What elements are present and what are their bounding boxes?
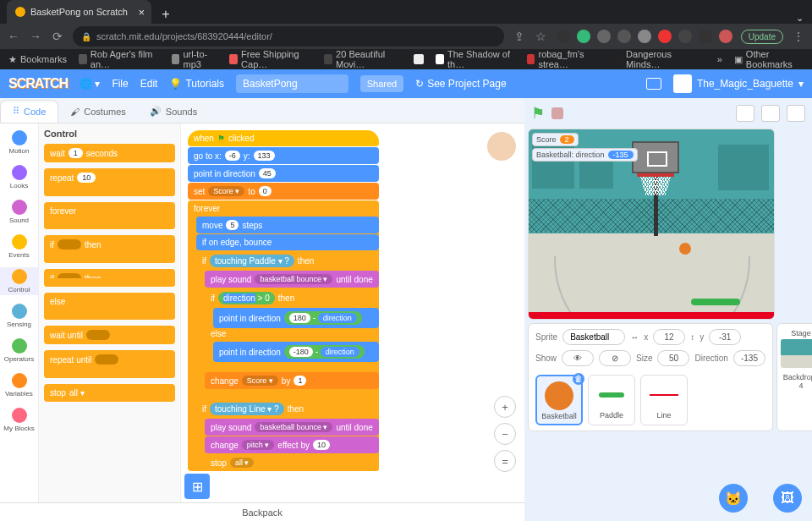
forever-block[interactable]: forever move5steps if on edge, bounce if… bbox=[188, 200, 379, 471]
stop-block[interactable]: stopall ▾ bbox=[44, 384, 175, 402]
update-button[interactable]: Update bbox=[741, 30, 783, 44]
ext-icon[interactable] bbox=[617, 30, 631, 43]
category-events[interactable]: Events bbox=[0, 233, 38, 260]
forward-icon[interactable]: → bbox=[29, 30, 42, 43]
minus-reporter[interactable]: 180 - direction bbox=[284, 311, 362, 325]
ext-icon[interactable] bbox=[597, 30, 611, 43]
script-stack[interactable]: when⚑clicked go to x:-6y:133 point in di… bbox=[188, 130, 379, 472]
stop-button[interactable] bbox=[551, 107, 563, 119]
sprite-card-basketball[interactable]: 🗑 Basketball bbox=[535, 375, 583, 425]
size-input[interactable]: 50 bbox=[657, 350, 689, 366]
stage[interactable]: Score2 Basketball: direction-135 bbox=[528, 129, 775, 320]
repeat-until-block[interactable]: repeat until bbox=[44, 350, 175, 378]
bookmark-overflow[interactable]: » bbox=[717, 54, 722, 64]
reload-icon[interactable]: ⟳ bbox=[51, 30, 64, 43]
add-backdrop-button[interactable]: 🖼 bbox=[773, 484, 802, 513]
edit-menu[interactable]: Edit bbox=[140, 78, 158, 90]
tab-menu-chevron-icon[interactable]: ⌄ bbox=[796, 13, 804, 24]
edge-bounce-block[interactable]: if on edge, bounce bbox=[196, 234, 379, 250]
my-stuff-icon[interactable] bbox=[646, 78, 661, 90]
add-extension-button[interactable]: ⊞ bbox=[184, 474, 210, 499]
new-tab-button[interactable]: + bbox=[156, 5, 175, 24]
language-menu[interactable]: 🌐 ▾ bbox=[80, 78, 100, 90]
code-tab[interactable]: ⠿Code bbox=[0, 100, 58, 123]
bookmark[interactable]: Rob Ager's film an… bbox=[79, 49, 160, 69]
workspace[interactable]: when⚑clicked go to x:-6y:133 point in di… bbox=[181, 123, 524, 502]
paddle-sprite[interactable] bbox=[691, 299, 740, 305]
if-block[interactable]: ifthen bbox=[44, 235, 175, 263]
delete-sprite-icon[interactable]: 🗑 bbox=[573, 373, 584, 385]
change-effect-block[interactable]: changepitch ▾effect by10 bbox=[205, 436, 379, 453]
star-icon[interactable]: ☆ bbox=[535, 30, 548, 43]
point-direction-block[interactable]: point in direction-180 - direction bbox=[213, 342, 379, 362]
ext-icon[interactable] bbox=[678, 30, 692, 43]
bookmark[interactable]: Free Shipping Cap… bbox=[229, 49, 312, 69]
category-my-blocks[interactable]: My Blocks bbox=[0, 406, 38, 434]
menu-icon[interactable]: ⋮ bbox=[792, 30, 805, 43]
forever-block[interactable]: forever bbox=[44, 202, 175, 229]
play-sound-block[interactable]: play soundbasketball bounce ▾until done bbox=[205, 419, 379, 436]
minus-reporter[interactable]: -180 - direction bbox=[284, 345, 365, 359]
project-name-input[interactable]: BasketPong bbox=[236, 74, 348, 93]
category-control[interactable]: Control bbox=[0, 267, 38, 295]
stage-small-button[interactable] bbox=[736, 105, 754, 122]
wait-block[interactable]: wait1seconds bbox=[44, 144, 175, 162]
bookmark[interactable]: robag_fm's strea… bbox=[527, 49, 603, 69]
category-variables[interactable]: Variables bbox=[0, 371, 38, 399]
stop-block[interactable]: stopall ▾ bbox=[205, 454, 379, 471]
wait-until-block[interactable]: wait until bbox=[44, 326, 175, 344]
category-looks[interactable]: Looks bbox=[0, 163, 38, 191]
sprite-name-input[interactable] bbox=[562, 329, 625, 345]
hat-block[interactable]: when⚑clicked bbox=[188, 130, 379, 146]
zoom-reset-button[interactable]: = bbox=[494, 450, 516, 472]
touching-reporter[interactable]: touching Line ▾ ? bbox=[210, 403, 284, 415]
if-else-block[interactable]: ifthen bbox=[44, 269, 175, 287]
y-input[interactable]: -31 bbox=[709, 329, 741, 345]
ext-icon[interactable] bbox=[699, 30, 712, 43]
bookmark[interactable]: url-to-mp3 bbox=[172, 49, 218, 69]
point-direction-block[interactable]: point in direction180 - direction bbox=[213, 308, 379, 328]
backpack[interactable]: Backpack bbox=[0, 502, 524, 521]
fullscreen-button[interactable] bbox=[787, 105, 805, 122]
add-sprite-button[interactable]: 🐱 bbox=[719, 484, 748, 513]
stage-large-button[interactable] bbox=[761, 105, 780, 122]
browser-tab[interactable]: BasketPong on Scratch × bbox=[7, 0, 151, 24]
category-motion[interactable]: Motion bbox=[0, 129, 38, 156]
ext-icon[interactable] bbox=[638, 30, 651, 43]
point-direction-block[interactable]: point in direction45 bbox=[188, 165, 379, 182]
bookmark[interactable]: ★Bookmarks bbox=[8, 54, 67, 65]
tutorials-button[interactable]: 💡Tutorials bbox=[169, 78, 224, 90]
stage-panel[interactable]: Stage Backdrops 4 bbox=[776, 323, 812, 431]
sprite-card-line[interactable]: Line bbox=[640, 375, 688, 425]
bookmark[interactable] bbox=[414, 54, 424, 64]
category-sensing[interactable]: Sensing bbox=[0, 302, 38, 330]
play-sound-block[interactable]: play soundbasketball bounce ▾until done bbox=[205, 271, 379, 288]
goto-block[interactable]: go to x:-6y:133 bbox=[188, 147, 379, 164]
address-bar[interactable]: 🔒 scratch.mit.edu/projects/683920444/edi… bbox=[73, 26, 504, 47]
bookmark[interactable]: The Shadow of th… bbox=[436, 49, 514, 69]
costumes-tab[interactable]: 🖌Costumes bbox=[58, 100, 138, 123]
ext-icon[interactable] bbox=[557, 30, 570, 43]
basketball-sprite[interactable] bbox=[679, 243, 691, 255]
show-button[interactable]: 👁 bbox=[562, 350, 594, 366]
share-icon[interactable]: ⇪ bbox=[513, 30, 526, 43]
bookmark[interactable]: 20 Beautiful Movi… bbox=[324, 49, 402, 69]
sounds-tab[interactable]: 🔊Sounds bbox=[138, 100, 209, 123]
change-var-block[interactable]: changeScore ▾by1 bbox=[205, 372, 379, 389]
x-input[interactable]: 12 bbox=[653, 329, 685, 345]
if-else-block[interactable]: ifdirection > 0then point in direction18… bbox=[205, 288, 379, 371]
score-monitor[interactable]: Score2 bbox=[532, 133, 579, 146]
category-sound[interactable]: Sound bbox=[0, 198, 38, 226]
touching-reporter[interactable]: touching Paddle ▾ ? bbox=[210, 255, 294, 267]
sprite-card-paddle[interactable]: Paddle bbox=[588, 375, 635, 425]
ext-icon[interactable] bbox=[658, 30, 672, 43]
zoom-in-button[interactable]: + bbox=[494, 396, 516, 418]
back-icon[interactable]: ← bbox=[7, 30, 20, 43]
direction-monitor[interactable]: Basketball: direction-135 bbox=[532, 148, 638, 162]
if-else-block-else[interactable]: else bbox=[44, 293, 175, 320]
hide-button[interactable]: ⊘ bbox=[599, 350, 631, 366]
bookmark[interactable]: Dangerous Minds… bbox=[614, 49, 693, 69]
direction-input[interactable]: -135 bbox=[733, 350, 765, 366]
close-tab-icon[interactable]: × bbox=[138, 6, 145, 19]
green-flag-button[interactable]: ⚑ bbox=[531, 104, 545, 123]
